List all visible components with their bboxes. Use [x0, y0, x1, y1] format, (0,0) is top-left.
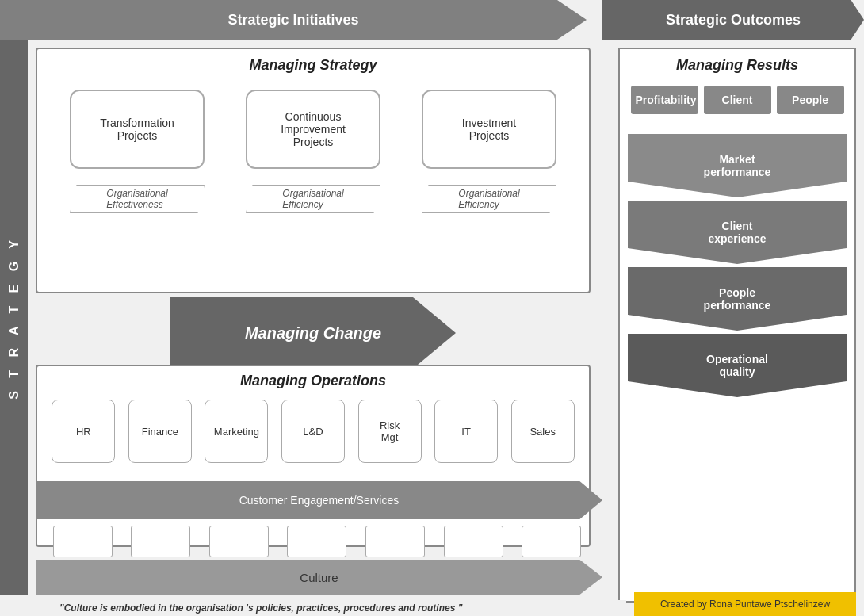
customer-engagement-arrow: Customer Engagement/Services	[36, 481, 602, 519]
dept-boxes-row: HR Finance Marketing L&D RiskMgt IT Sale…	[37, 400, 589, 463]
managing-strategy-title: Managing Strategy	[37, 49, 589, 82]
client-box: Client	[704, 86, 771, 114]
people-box: People	[777, 86, 844, 114]
client-experience-label: Clientexperience	[708, 220, 766, 245]
outcome-boxes-row: Profitability Client People	[620, 82, 854, 118]
customer-engagement-label: Customer Engagement/Services	[239, 494, 400, 507]
managing-results-title: Managing Results	[620, 49, 854, 82]
bottom-box-5	[365, 526, 425, 557]
strategy-bar: S T R A T E G Y	[0, 40, 28, 595]
client-label: Client	[722, 94, 753, 106]
dept-hr: HR	[52, 400, 115, 463]
managing-operations-title: Managing Operations	[37, 366, 589, 396]
transformation-projects-box: TransformationProjects	[70, 90, 205, 169]
culture-arrow: Culture	[36, 560, 602, 595]
profitability-label: Profitability	[636, 94, 697, 106]
header-left-title: Strategic Initiatives	[227, 12, 358, 29]
main-content: Managing Strategy TransformationProjects…	[28, 40, 864, 616]
dept-it: IT	[434, 400, 498, 463]
managing-strategy-box: Managing Strategy TransformationProjects…	[36, 48, 591, 293]
culture-label: Culture	[300, 571, 338, 584]
client-experience-shape: Clientexperience	[628, 201, 847, 264]
managing-change-label: Managing Change	[245, 323, 381, 342]
bottom-box-6	[444, 526, 503, 557]
bottom-boxes-row	[44, 526, 591, 557]
org-efficiency-badge-1: OrganisationalEfficiency	[246, 185, 380, 213]
right-panel: Managing Results Profitability Client Pe…	[618, 48, 856, 603]
bottom-box-3	[209, 526, 269, 557]
people-label: People	[792, 94, 828, 106]
dept-finance: Finance	[128, 400, 192, 463]
bottom-box-7	[522, 526, 581, 557]
market-performance-shape: Marketperformance	[628, 134, 847, 197]
continuous-improvement-box: ContinuousImprovementProjects	[246, 90, 380, 169]
org-badges-row: OrganisationalEffectiveness Organisation…	[37, 185, 589, 213]
dept-risk: RiskMgt	[358, 400, 422, 463]
credit-box: Created by Rona Puntawe Ptschelinzew	[634, 592, 856, 616]
dept-ld: L&D	[281, 400, 345, 463]
project-boxes-row: TransformationProjects ContinuousImprove…	[37, 90, 589, 169]
org-efficiency-badge-2: OrganisationalEfficiency	[422, 185, 556, 213]
bottom-box-4	[287, 526, 346, 557]
quote-text: "Culture is embodied in the organisation…	[59, 603, 462, 614]
operational-quality-shape: Operationalquality	[628, 334, 847, 397]
dept-marketing: Marketing	[205, 400, 268, 463]
bottom-box-1	[53, 526, 113, 557]
investment-projects-box: InvestmentProjects	[422, 90, 556, 169]
market-performance-label: Marketperformance	[704, 153, 771, 178]
org-efficiency-label-1: OrganisationalEfficiency	[282, 188, 343, 210]
org-efficiency-label-2: OrganisationalEfficiency	[458, 188, 519, 210]
org-effectiveness-badge: OrganisationalEffectiveness	[70, 185, 205, 213]
pentagon-stack: Marketperformance Clientexperience Peopl…	[628, 134, 847, 397]
people-performance-shape: Peopleperformance	[628, 267, 847, 331]
left-panel: Managing Strategy TransformationProjects…	[36, 48, 598, 603]
operational-quality-label: Operationalquality	[706, 353, 768, 378]
dept-sales: Sales	[511, 400, 575, 463]
bottom-quote: "Culture is embodied in the organisation…	[55, 600, 626, 616]
investment-projects-label: InvestmentProjects	[462, 117, 516, 142]
transformation-projects-label: TransformationProjects	[100, 117, 174, 142]
managing-operations-box: Managing Operations HR Finance Marketing…	[36, 365, 591, 547]
header-right-title: Strategic Outcomes	[666, 12, 801, 29]
profitability-box: Profitability	[631, 86, 698, 114]
strategic-initiatives-header: Strategic Initiatives	[0, 0, 587, 40]
bottom-box-2	[131, 526, 190, 557]
header: Strategic Initiatives Strategic Outcomes	[0, 0, 864, 40]
managing-change-arrow: Managing Change	[170, 297, 456, 369]
strategic-outcomes-header: Strategic Outcomes	[602, 0, 864, 40]
strategy-label: S T R A T E G Y	[7, 235, 21, 400]
continuous-improvement-label: ContinuousImprovementProjects	[281, 110, 346, 148]
credit-text: Created by Rona Puntawe Ptschelinzew	[660, 599, 830, 610]
org-effectiveness-label: OrganisationalEffectiveness	[106, 188, 167, 210]
people-performance-label: Peopleperformance	[704, 286, 771, 312]
